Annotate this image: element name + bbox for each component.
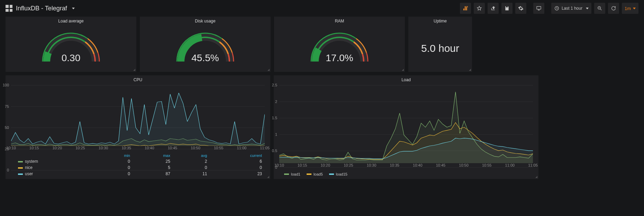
gauge-value: 17.0%	[274, 53, 405, 64]
tv-mode-button[interactable]	[533, 3, 544, 14]
gauge-value: 45.5%	[140, 53, 271, 64]
panel-title: CPU	[6, 75, 270, 84]
load-graph[interactable]: 00.511.522.5	[279, 85, 533, 163]
resize-handle[interactable]	[133, 69, 135, 71]
legend-row[interactable]: system02526	[15, 158, 265, 165]
refresh-interval-picker[interactable]: 1m	[622, 3, 638, 14]
resize-handle[interactable]	[469, 69, 471, 71]
cpu-graph[interactable]: 0255075100	[11, 85, 265, 146]
dashboard-title: InfluxDB - Telegraf	[16, 5, 67, 12]
panel-title: Uptime	[408, 17, 472, 25]
svg-rect-0	[537, 7, 541, 9]
resize-handle[interactable]	[535, 176, 537, 178]
resize-handle[interactable]	[267, 69, 270, 71]
panel-title: Disk usage	[140, 17, 271, 25]
legend-item[interactable]: load15	[329, 172, 347, 176]
dashboard-icon	[6, 5, 12, 12]
save-button[interactable]	[501, 3, 513, 14]
panel-load-average[interactable]: Load average 0.30	[6, 17, 136, 72]
time-range-picker[interactable]: Last 1 hour	[551, 3, 591, 14]
legend-item[interactable]: load1	[284, 172, 300, 176]
time-range-label: Last 1 hour	[562, 6, 582, 11]
uptime-value: 5.0 hour	[408, 25, 472, 72]
dashboard-title-dropdown[interactable]: InfluxDB - Telegraf	[6, 5, 75, 12]
gauge-value: 0.30	[6, 53, 136, 64]
legend-item[interactable]: load5	[307, 172, 323, 176]
refresh-interval-label: 1m	[625, 6, 631, 11]
panel-title: RAM	[274, 17, 405, 25]
panel-load[interactable]: Load 00.511.522.5 10:1010:1510:2010:2510…	[274, 75, 538, 179]
chevron-down-icon	[72, 8, 75, 9]
chevron-down-icon	[633, 8, 636, 9]
load-legend: load1load5load15	[274, 170, 538, 179]
cpu-xaxis: 10:1010:1510:2010:2510:3010:3510:4010:45…	[11, 146, 265, 151]
panel-title: Load average	[6, 17, 136, 25]
panel-disk-usage[interactable]: Disk usage 45.5%	[140, 17, 271, 72]
panel-uptime[interactable]: Uptime 5.0 hour	[408, 17, 472, 72]
resize-handle[interactable]	[267, 176, 269, 178]
chevron-down-icon	[586, 8, 589, 9]
load-xaxis: 10:1010:1510:2010:2510:3010:3510:4010:45…	[279, 163, 533, 169]
cpu-legend: minmaxavgcurrentsystem02526nice0500user0…	[6, 153, 270, 179]
settings-button[interactable]	[515, 3, 526, 14]
resize-handle[interactable]	[402, 69, 404, 71]
panel-ram[interactable]: RAM 17.0%	[274, 17, 405, 72]
panel-title: Load	[274, 75, 538, 84]
star-button[interactable]	[474, 3, 485, 14]
share-button[interactable]	[488, 3, 499, 14]
refresh-button[interactable]	[608, 3, 619, 14]
panel-cpu[interactable]: CPU 0255075100 10:1010:1510:2010:2510:30…	[6, 75, 270, 179]
legend-row[interactable]: user0871123	[15, 171, 265, 177]
add-panel-button[interactable]	[460, 3, 471, 14]
zoom-out-button[interactable]	[594, 3, 605, 14]
